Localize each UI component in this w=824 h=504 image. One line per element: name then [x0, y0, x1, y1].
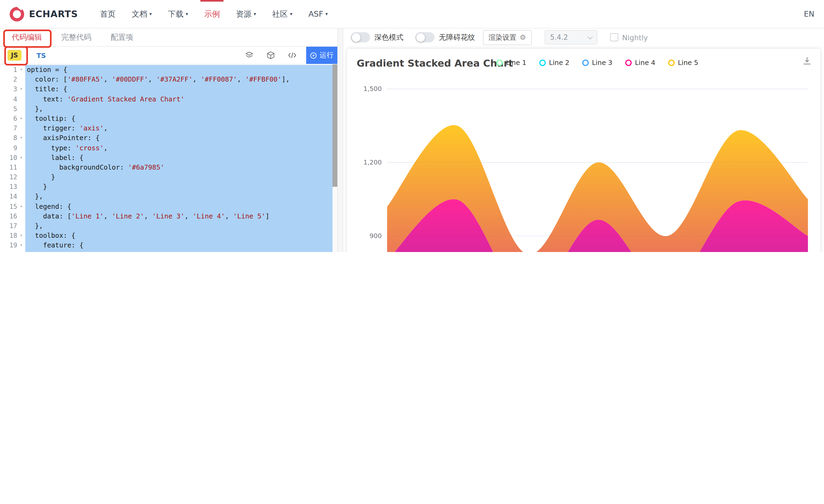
legend-item-line-1[interactable]: Line 1	[496, 58, 526, 67]
chart-canvas[interactable]: MonTueWedThuFriSatSun03006009001,2001,50…	[347, 76, 820, 252]
legend-label: Line 2	[549, 58, 570, 67]
line-number: 14	[0, 192, 17, 202]
chevron-down-icon	[149, 11, 152, 17]
legend-marker-icon	[539, 59, 546, 66]
code-line: 19▾ feature: {	[0, 241, 332, 250]
editor-tabs: 代码编辑 完整代码 配置项	[0, 28, 337, 47]
legend-label: Line 1	[506, 58, 526, 67]
fold-arrow-icon[interactable]: ▾	[17, 65, 25, 75]
code-text: text: 'Gradient Stacked Area Chart'	[25, 94, 332, 104]
layers-icon[interactable]	[245, 51, 253, 59]
code-text: },	[25, 192, 332, 202]
tab-full-code[interactable]: 完整代码	[51, 32, 101, 42]
code-text: legend: {	[25, 202, 332, 211]
code-text: }	[25, 182, 332, 192]
code-line: 18▾ toolbox: {	[0, 231, 332, 240]
legend-item-line-4[interactable]: Line 4	[625, 58, 655, 67]
fold-arrow-icon[interactable]: ▾	[17, 114, 25, 123]
code-line: 3▾ title: {	[0, 85, 332, 94]
tab-code-edit[interactable]: 代码编辑	[2, 32, 51, 42]
dark-mode-toggle[interactable]	[351, 32, 370, 42]
fold-arrow-icon[interactable]: ▾	[17, 153, 25, 162]
chart-title: Gradient Stacked Area Chart	[357, 57, 513, 69]
tab-options[interactable]: 配置项	[101, 32, 143, 42]
code-lines: 1▾option = {2 color: ['#80FFA5', '#00DDF…	[0, 65, 332, 252]
code-line: 9 type: 'cross',	[0, 143, 332, 153]
code-text: trigger: 'axis',	[25, 123, 332, 133]
nav-item-label: 资源	[236, 9, 251, 19]
fold-arrow-icon[interactable]: ▾	[17, 85, 25, 94]
decal-pattern-toggle[interactable]	[415, 32, 434, 42]
line-number: 6	[0, 114, 17, 123]
echarts-logo[interactable]: ECHARTS	[10, 7, 78, 21]
nav-item-label: 文档	[132, 9, 147, 19]
run-button[interactable]: 运行	[306, 47, 337, 64]
line-number: 10	[0, 153, 17, 162]
legend-item-line-3[interactable]: Line 3	[582, 58, 612, 67]
code-text: toolbox: {	[25, 231, 332, 240]
nav-item-docs[interactable]: 文档	[123, 0, 160, 28]
legend-item-line-2[interactable]: Line 2	[539, 58, 570, 67]
code-text: color: ['#80FFA5', '#00DDFF', '#37A2FF',…	[25, 75, 332, 84]
code-icon[interactable]	[288, 51, 297, 59]
code-text: label: {	[25, 153, 332, 162]
fold-spacer	[17, 192, 25, 202]
nav-item-label: 示例	[204, 9, 220, 19]
cube-icon[interactable]	[267, 51, 275, 59]
fold-arrow-icon[interactable]: ▾	[17, 241, 25, 250]
nav-item-resources[interactable]: 资源	[228, 0, 264, 28]
line-number: 5	[0, 104, 17, 114]
code-editor[interactable]: 1▾option = {2 color: ['#80FFA5', '#00DDF…	[0, 65, 337, 252]
toggle-knob	[351, 33, 360, 41]
nav-item-community[interactable]: 社区	[264, 0, 300, 28]
main-split: 代码编辑 完整代码 配置项 JS TS	[0, 28, 824, 252]
nav-item-asf[interactable]: ASF	[301, 0, 336, 28]
code-line: 10▾ label: {	[0, 153, 332, 162]
line-number: 8	[0, 133, 17, 143]
editor-scrollbar[interactable]	[332, 65, 337, 252]
code-line: 11 backgroundColor: '#6a7985'	[0, 163, 332, 172]
line-number: 9	[0, 143, 17, 153]
fold-spacer	[17, 212, 25, 221]
code-line: 15▾ legend: {	[0, 202, 332, 211]
save-as-image-icon[interactable]	[803, 56, 812, 66]
nav-item-examples[interactable]: 示例	[196, 0, 228, 28]
line-number: 1	[0, 65, 17, 75]
panel-splitter[interactable]	[337, 28, 343, 252]
line-number: 19	[0, 241, 17, 250]
version-select[interactable]: 5.4.2	[545, 30, 597, 44]
fold-spacer	[17, 104, 25, 114]
code-line: 17 },	[0, 221, 332, 231]
render-settings-button[interactable]: 渲染设置	[483, 30, 532, 45]
code-text: axisPointer: {	[25, 133, 332, 143]
chevron-down-icon	[253, 11, 256, 17]
navbar: ECHARTS 首页 文档 下载 示例 资源 社区	[0, 0, 824, 28]
editor-scrollbar-thumb[interactable]	[332, 65, 337, 187]
nav-item-download[interactable]: 下载	[160, 0, 196, 28]
dark-mode-label: 深色模式	[375, 32, 403, 42]
nightly-checkbox[interactable]	[610, 33, 618, 41]
js-lang-button[interactable]: JS	[7, 50, 21, 60]
fold-spacer	[17, 163, 25, 172]
legend-item-line-5[interactable]: Line 5	[668, 58, 698, 67]
fold-arrow-icon[interactable]: ▾	[17, 231, 25, 240]
run-label: 运行	[320, 50, 333, 60]
ts-lang-button[interactable]: TS	[36, 51, 46, 59]
render-settings-label: 渲染设置	[489, 32, 516, 42]
nav-menu: 首页 文档 下载 示例 资源 社区 ASF	[92, 0, 336, 28]
nav-item-label: 社区	[272, 9, 288, 19]
language-switch[interactable]: EN	[804, 10, 814, 18]
fold-spacer	[17, 172, 25, 182]
gear-icon	[520, 34, 526, 41]
editor-toolbar-icons	[245, 51, 297, 59]
fold-arrow-icon[interactable]: ▾	[17, 133, 25, 143]
chevron-down-icon	[290, 11, 292, 17]
chevron-down-icon	[587, 34, 593, 39]
nav-item-home[interactable]: 首页	[92, 0, 123, 28]
chart-legend: Line 1Line 2Line 3Line 4Line 5	[496, 58, 711, 67]
code-text: },	[25, 104, 332, 114]
code-text: backgroundColor: '#6a7985'	[25, 163, 332, 172]
code-line: 16 data: ['Line 1', 'Line 2', 'Line 3', …	[0, 212, 332, 221]
fold-arrow-icon[interactable]: ▾	[17, 202, 25, 211]
code-line: 7 trigger: 'axis',	[0, 123, 332, 133]
